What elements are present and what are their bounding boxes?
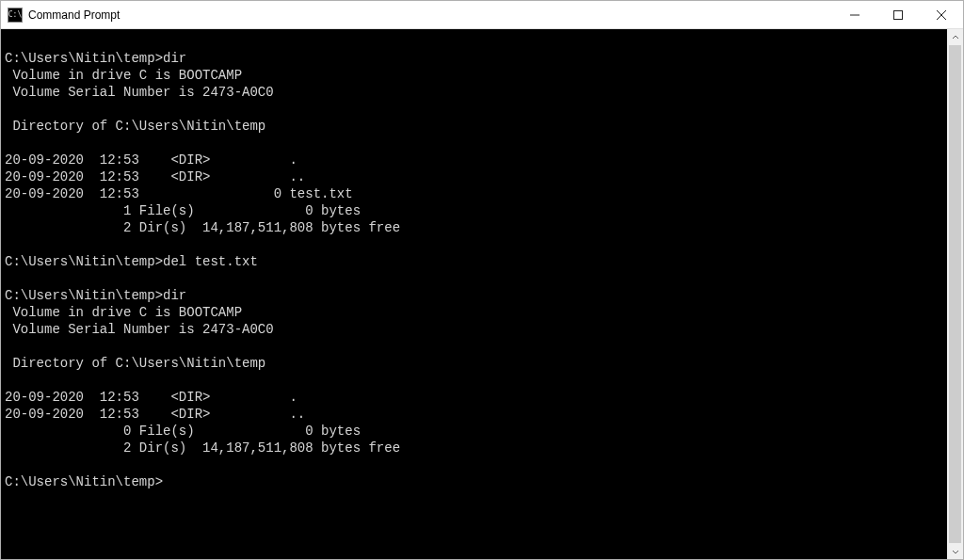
client-area: C:\Users\Nitin\temp>dir Volume in drive …	[1, 29, 963, 559]
minimize-button[interactable]	[833, 1, 876, 29]
app-icon: C:\	[8, 8, 23, 23]
scrollbar-track[interactable]	[947, 45, 963, 543]
scroll-down-button[interactable]	[947, 543, 963, 559]
command-prompt-window: C:\ Command Prompt C:\Users\Nitin\temp>d…	[0, 0, 964, 560]
svg-rect-1	[894, 10, 903, 19]
maximize-button[interactable]	[876, 1, 920, 29]
close-button[interactable]	[920, 1, 963, 29]
terminal-output[interactable]: C:\Users\Nitin\temp>dir Volume in drive …	[1, 29, 947, 559]
titlebar[interactable]: C:\ Command Prompt	[1, 1, 963, 29]
scrollbar-thumb[interactable]	[949, 45, 961, 543]
vertical-scrollbar[interactable]	[947, 29, 963, 559]
scroll-up-button[interactable]	[947, 29, 963, 45]
window-title: Command Prompt	[28, 8, 120, 22]
